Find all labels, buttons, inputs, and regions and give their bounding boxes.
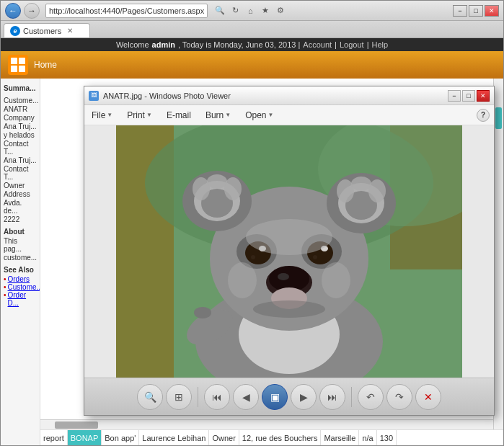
tab-close-button[interactable]: ✕ — [67, 27, 73, 35]
username: admin — [152, 40, 175, 49]
svg-point-33 — [228, 262, 257, 298]
pv-burn-menu[interactable]: Burn ▼ — [203, 109, 234, 122]
separator2: | — [367, 40, 369, 49]
cell-report: report — [40, 430, 68, 445]
settings-icon[interactable]: ⚙ — [274, 4, 287, 17]
pv-maximize-button[interactable]: □ — [462, 90, 475, 102]
vertical-scrollbar[interactable] — [493, 79, 503, 429]
sidebar-order-d-link-item: • Order D... — [4, 291, 37, 307]
sidebar-about-text: This pag... — [4, 237, 37, 253]
bullet-dot2: • — [4, 283, 6, 291]
main-content: 🖼 ANATR.jpg - Windows Photo Viewer − □ ✕ — [40, 79, 503, 445]
pv-open-menu[interactable]: Open ▼ — [242, 109, 276, 122]
maximize-button[interactable]: □ — [469, 5, 483, 17]
pv-rotate-left-button[interactable]: ↶ — [358, 384, 384, 410]
search-icon[interactable]: 🔍 — [213, 4, 226, 17]
pv-rotate-right-button[interactable]: ↷ — [386, 384, 412, 410]
browser-toolbar-icons: 🔍 ↻ ⌂ ★ ⚙ — [213, 4, 287, 17]
back-button[interactable]: ← — [5, 3, 21, 19]
logo-sq4 — [19, 66, 25, 72]
pv-toolbar-sep1 — [198, 387, 198, 407]
sidebar-contact-label: Contact T... — [4, 140, 37, 156]
sidebar-company-name2: y helados — [4, 131, 37, 139]
pv-last-button[interactable]: ⏭ — [319, 384, 345, 410]
browser-window: ← → http://localhost:4440/Pages/Customer… — [0, 0, 504, 446]
pv-help-button[interactable]: ? — [477, 109, 490, 122]
separator1: | — [335, 40, 337, 49]
pv-slideshow-button[interactable]: ▣ — [262, 384, 288, 410]
pv-title-area: 🖼 ANATR.jpg - Windows Photo Viewer — [89, 91, 231, 101]
cell-bonap: BONAP — [68, 430, 102, 445]
logout-link[interactable]: Logout — [340, 40, 364, 49]
close-button[interactable]: ✕ — [485, 5, 499, 17]
pv-file-chevron: ▼ — [107, 112, 112, 118]
scrollbar-thumb[interactable] — [495, 107, 502, 129]
pv-minimize-button[interactable]: − — [448, 90, 461, 102]
sidebar-see-also-label: See Also — [4, 266, 37, 274]
orders-link[interactable]: Orders — [8, 275, 30, 283]
favorites-icon[interactable]: ★ — [259, 4, 272, 17]
help-link[interactable]: Help — [371, 40, 388, 49]
cell-title: Owner — [209, 430, 239, 445]
logo-sq3 — [11, 66, 17, 72]
pv-image-area — [84, 125, 494, 378]
data-table-row: report BONAP Bon app' Laurence Lebihan O… — [40, 429, 503, 445]
browser-nav-area: ← → http://localhost:4440/Pages/Customer… — [5, 3, 287, 19]
koala-image — [116, 125, 462, 378]
pv-email-label: E-mail — [167, 110, 191, 120]
browser-window-controls: − □ ✕ — [453, 5, 499, 17]
svg-point-13 — [207, 174, 227, 189]
pv-prev-button[interactable]: ◀ — [233, 384, 259, 410]
sidebar-contact-title: Contact T... — [4, 165, 37, 181]
minimize-button[interactable]: − — [453, 5, 467, 17]
pv-file-menu[interactable]: File ▼ — [89, 109, 115, 122]
sidebar-summary-label: Summa... — [4, 84, 37, 92]
address-bar[interactable]: http://localhost:4440/Pages/Customers.as… — [45, 4, 208, 18]
customers-link[interactable]: Custome... — [8, 283, 40, 291]
pv-titlebar: 🖼 ANATR.jpg - Windows Photo Viewer − □ ✕ — [84, 86, 494, 105]
svg-point-37 — [253, 300, 325, 318]
browser-tabbar: e Customers ✕ — [1, 21, 503, 38]
pv-toolbar-sep2 — [351, 387, 352, 407]
horizontal-scrollbar[interactable] — [40, 419, 493, 429]
my-account-link[interactable]: Account — [303, 40, 332, 49]
home-nav-link[interactable]: Home — [34, 60, 57, 70]
pv-close-button[interactable]: ✕ — [477, 90, 490, 102]
pv-zoom-button[interactable]: 🔍 — [137, 384, 163, 410]
cell-bonapp: Bon app' — [102, 430, 139, 445]
pv-delete-button[interactable]: ✕ — [415, 384, 441, 410]
sidebar-owner: Owner — [4, 182, 37, 189]
pv-menubar: File ▼ Print ▼ E-mail Burn — [84, 105, 494, 125]
svg-point-32 — [246, 219, 332, 255]
ie-logo: e — [10, 26, 20, 36]
home-icon[interactable]: ⌂ — [244, 4, 257, 17]
koala-svg — [116, 125, 462, 378]
pv-next-button[interactable]: ▶ — [291, 384, 317, 410]
horizontal-scrollbar-thumb[interactable] — [55, 422, 98, 429]
page-body: Summa... Custome... ANATR Company Ana Tr… — [1, 79, 503, 445]
pv-email-menu[interactable]: E-mail — [164, 109, 194, 122]
date-text: , Today is Monday, June 03, 2013 | — [178, 40, 300, 49]
photo-viewer-icon: 🖼 — [89, 91, 99, 101]
refresh-icon[interactable]: ↻ — [229, 4, 242, 17]
pv-burn-chevron: ▼ — [225, 112, 231, 118]
sidebar-see-also-section: See Also • Orders • Custome... • Order D… — [4, 266, 37, 307]
tab-title: Customers — [23, 27, 61, 35]
forward-button[interactable]: → — [24, 3, 40, 19]
bullet-dot3: • — [4, 291, 6, 299]
logo-sq2 — [19, 58, 25, 64]
pv-print-menu[interactable]: Print ▼ — [124, 109, 155, 122]
pv-first-button[interactable]: ⏮ — [204, 384, 230, 410]
svg-point-27 — [313, 255, 317, 259]
app-logo — [8, 55, 28, 75]
pv-toolbar: 🔍 ⊞ ⏮ ◀ ▣ ▶ ⏭ ↶ ↷ ✕ — [84, 378, 494, 415]
cell-address: 12, rue des Bouchers — [239, 430, 322, 445]
page-nav-links: Home — [34, 60, 57, 70]
order-d-link[interactable]: Order D... — [8, 291, 37, 307]
cell-city: Marseille — [321, 430, 359, 445]
active-tab[interactable]: e Customers ✕ — [4, 23, 90, 37]
address-text: http://localhost:4440/Pages/Customers.as… — [49, 6, 204, 15]
page-topbar: Welcome admin , Today is Monday, June 03… — [1, 38, 503, 51]
pv-actual-size-button[interactable]: ⊞ — [166, 384, 192, 410]
sidebar-contact-name: Ana Truj... — [4, 156, 37, 164]
